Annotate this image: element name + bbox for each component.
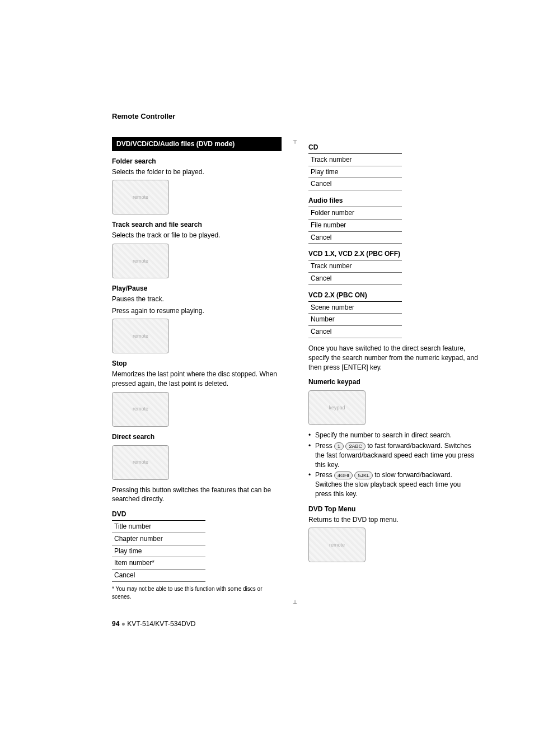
table-row: Play time xyxy=(112,545,205,558)
list-item: Press 4GHI 5JKL to slow forward/backward… xyxy=(308,470,478,498)
numeric-keypad-list: Specify the number to search in direct s… xyxy=(308,431,478,499)
remote-image-icon: remote xyxy=(112,445,169,480)
vcd-off-table: Track number Cancel xyxy=(308,260,402,285)
right-column: CD Track number Play time Cancel Audio f… xyxy=(308,137,478,606)
section-header: Remote Controller xyxy=(112,112,478,120)
column-divider: ┬ ┴ xyxy=(293,137,297,606)
table-row: Track number xyxy=(308,260,402,273)
page-footer: 94 ● KVT-514/KVT-534DVD xyxy=(112,620,478,628)
dvd-footnote: * You may not be able to use this functi… xyxy=(112,585,282,601)
remote-image-icon: remote xyxy=(112,244,169,278)
audio-files-heading: Audio files xyxy=(308,196,478,206)
tick-icon: ┬ xyxy=(293,137,297,143)
table-row: Chapter number xyxy=(112,533,205,545)
key-5-icon: 5JKL xyxy=(354,472,373,479)
table-row: Cancel xyxy=(308,178,402,190)
mode-title-bar: DVD/VCD/CD/Audio files (DVD mode) xyxy=(112,137,282,151)
model-label: KVT-514/KVT-534DVD xyxy=(127,620,195,628)
table-row: Number xyxy=(308,314,402,326)
table-row: File number xyxy=(308,220,402,232)
cd-table: Track number Play time Cancel xyxy=(308,153,402,190)
remote-image-icon: remote xyxy=(112,319,169,353)
table-row: Scene number xyxy=(308,302,402,314)
table-row: Cancel xyxy=(308,232,402,244)
play-pause-heading: Play/Pause xyxy=(112,284,282,293)
dot-icon: ● xyxy=(121,620,128,628)
audio-files-table: Folder number File number Cancel xyxy=(308,207,402,244)
dvd-heading: DVD xyxy=(112,510,282,519)
cd-heading: CD xyxy=(308,143,478,152)
list-item: Press 1 2ABC to fast forward/backward. S… xyxy=(308,441,478,469)
play-pause-desc1: Pauses the track. xyxy=(112,295,282,304)
folder-search-desc: Selects the folder to be played. xyxy=(112,167,282,177)
remote-image-icon: remote xyxy=(112,180,169,214)
table-row: Track number xyxy=(308,154,402,166)
list-item: Specify the number to search in direct s… xyxy=(308,431,478,440)
remote-image-icon: keypad xyxy=(308,390,366,425)
table-row: Play time xyxy=(308,166,402,179)
remote-image-icon: remote xyxy=(112,392,169,427)
play-pause-desc2: Press again to resume playing. xyxy=(112,306,282,316)
table-row: Title number xyxy=(112,521,205,533)
vcd-off-heading: VCD 1.X, VCD 2.X (PBC OFF) xyxy=(308,249,478,259)
left-column: DVD/VCD/CD/Audio files (DVD mode) Folder… xyxy=(112,137,282,606)
key-1-icon: 1 xyxy=(334,442,344,450)
remote-image-icon: remote xyxy=(308,528,366,562)
bullet-text: Specify the number to search in direct s… xyxy=(315,431,452,439)
bullet-text: Press xyxy=(315,442,334,450)
dvd-table: Title number Chapter number Play time It… xyxy=(112,520,205,582)
table-row: Cancel xyxy=(308,326,402,338)
numeric-keypad-heading: Numeric keypad xyxy=(308,377,478,387)
key-2-icon: 2ABC xyxy=(345,442,366,450)
vcd-on-heading: VCD 2.X (PBC ON) xyxy=(308,291,478,300)
track-search-desc: Selects the track or file to be played. xyxy=(112,231,282,240)
table-row: Item number* xyxy=(112,557,205,570)
stop-desc: Memorizes the last point where the disc … xyxy=(112,370,282,389)
stop-heading: Stop xyxy=(112,359,282,368)
folder-search-heading: Folder search xyxy=(112,157,282,166)
key-4-icon: 4GHI xyxy=(334,472,353,479)
after-switch-para: Once you have switched to the direct sea… xyxy=(308,344,478,372)
vcd-on-table: Scene number Number Cancel xyxy=(308,301,402,338)
tick-icon: ┴ xyxy=(293,600,297,606)
dvd-top-menu-heading: DVD Top Menu xyxy=(308,505,478,514)
table-row: Cancel xyxy=(112,570,205,582)
direct-search-desc: Pressing this button switches the featur… xyxy=(112,486,282,505)
page-number: 94 xyxy=(112,620,119,628)
table-row: Cancel xyxy=(308,273,402,285)
two-column-layout: DVD/VCD/CD/Audio files (DVD mode) Folder… xyxy=(112,137,478,606)
dvd-top-menu-desc: Returns to the DVD top menu. xyxy=(308,515,478,525)
bullet-text: Press xyxy=(315,471,334,479)
direct-search-heading: Direct search xyxy=(112,432,282,442)
track-search-heading: Track search and file search xyxy=(112,220,282,230)
table-row: Folder number xyxy=(308,207,402,220)
